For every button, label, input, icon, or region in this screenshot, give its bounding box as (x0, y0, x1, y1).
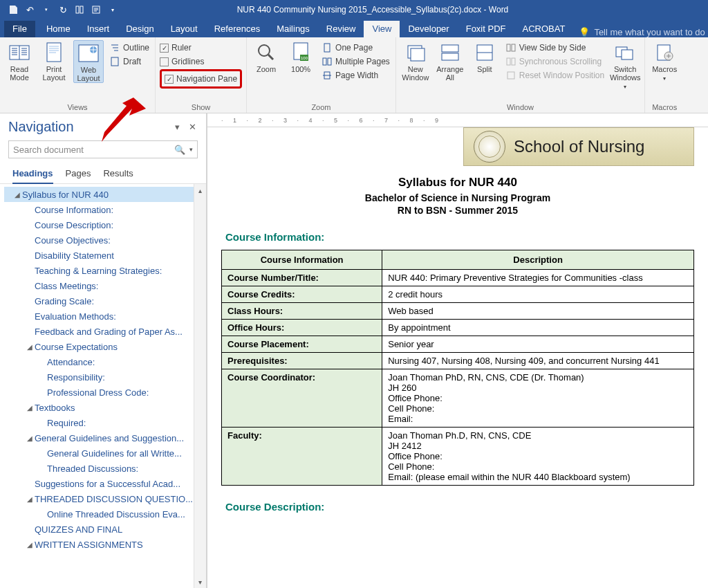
nav-heading-item[interactable]: Responsibility: (4, 369, 206, 385)
nav-heading-item[interactable]: ◢WRITTEN ASSIGNMENTS (4, 537, 206, 552)
nav-heading-item[interactable]: Suggestions for a Successful Acad... (4, 476, 206, 491)
switch-windows-button[interactable]: Switch Windows ▾ (610, 40, 640, 91)
navigation-title: Navigation (8, 119, 167, 135)
table-row: Office Hours:By appointment (222, 320, 694, 336)
split-button[interactable]: Split (469, 40, 500, 91)
nav-heading-item[interactable]: ◢Syllabus for NUR 440 (4, 187, 206, 202)
main-area: Navigation ▾ ✕ Search document 🔍 ▾ Headi… (0, 113, 708, 588)
tab-mailings[interactable]: Mailings (268, 21, 318, 37)
navigation-pane-checkbox[interactable]: ✓Navigation Pane (165, 73, 237, 85)
scroll-down-icon[interactable]: ▾ (194, 576, 206, 588)
table-row: Course Coordinator:Joan Thoman PhD, RN, … (222, 369, 694, 428)
zoom-100-button[interactable]: 100 100% (286, 40, 316, 82)
nav-heading-item[interactable]: Required: (4, 415, 206, 430)
one-page-button[interactable]: One Page (320, 42, 391, 54)
table-row: Class Hours:Web based (222, 303, 694, 320)
nav-heading-item[interactable]: Course Objectives: (4, 232, 206, 248)
school-banner: School of Nursing (463, 127, 694, 166)
qat-customize-icon[interactable]: ▾ (105, 2, 120, 17)
nav-heading-item[interactable]: Course Description: (4, 217, 206, 232)
tab-view[interactable]: View (364, 21, 400, 37)
nav-heading-item[interactable]: ◢Course Expectations (4, 339, 206, 354)
svg-rect-19 (442, 53, 458, 60)
redo-icon[interactable]: ↻ (55, 2, 71, 17)
nav-heading-item[interactable]: ◢THREADED DISCUSSION QUESTIO... (4, 491, 206, 506)
print-layout-button[interactable]: Print Layout (39, 40, 69, 83)
outline-button[interactable]: Outline (108, 42, 151, 54)
properties-icon[interactable] (88, 2, 104, 17)
nav-heading-item[interactable]: Class Meetings: (4, 278, 206, 293)
table-row: Course Number/Title:NUR 440: Primary Pre… (222, 270, 694, 286)
nav-close-button[interactable]: ✕ (187, 122, 198, 132)
nav-heading-item[interactable]: Disability Statement (4, 248, 206, 263)
tab-review[interactable]: Review (318, 21, 364, 37)
nav-heading-item[interactable]: Threaded Discussions: (4, 461, 206, 476)
tab-references[interactable]: References (206, 21, 268, 37)
multiple-pages-button[interactable]: Multiple Pages (320, 55, 391, 68)
undo-icon[interactable]: ↶ (22, 2, 37, 17)
nav-heading-item[interactable]: Evaluation Methods: (4, 309, 206, 324)
course-info-table: Course Information Description Course Nu… (221, 250, 694, 486)
svg-rect-22 (512, 44, 515, 51)
web-layout-icon (77, 42, 100, 64)
tab-acrobat[interactable]: ACROBAT (514, 21, 573, 37)
tab-design[interactable]: Design (118, 21, 162, 37)
svg-rect-24 (512, 58, 515, 65)
web-layout-button[interactable]: Web Layout (73, 40, 104, 83)
nav-heading-item[interactable]: Online Threaded Discussion Eva... (4, 506, 206, 522)
nav-tab-results[interactable]: Results (103, 164, 133, 183)
search-dropdown-icon[interactable]: ▾ (189, 146, 193, 153)
nav-heading-item[interactable]: Feedback and Grading of Paper As... (4, 324, 206, 339)
tell-me-search[interactable]: 💡 Tell me what you want to do (579, 27, 705, 37)
page-width-button[interactable]: Page Width (320, 69, 391, 82)
nav-tab-headings[interactable]: Headings (12, 164, 53, 184)
tab-insert[interactable]: Insert (79, 21, 118, 37)
nav-heading-item[interactable]: Professional Dress Code: (4, 385, 206, 400)
nav-heading-item[interactable]: Grading Scale: (4, 293, 206, 309)
horizontal-ruler[interactable]: · 1 · 2 · 3 · 4 · 5 · 6 · 7 · 8 · 9 (207, 113, 708, 127)
tab-home[interactable]: Home (38, 21, 79, 37)
scroll-up-icon[interactable]: ▴ (194, 184, 206, 196)
table-row: Prerequisites:Nursing 407, Nursing 408, … (222, 353, 694, 369)
macros-button[interactable]: Macros▾ (649, 40, 680, 83)
touch-mode-icon[interactable] (72, 2, 87, 17)
svg-rect-0 (76, 6, 79, 13)
draft-button[interactable]: Draft (108, 55, 151, 68)
search-input[interactable]: Search document 🔍 ▾ (8, 140, 198, 158)
zoom-button[interactable]: Zoom (251, 40, 281, 82)
nav-heading-item[interactable]: QUIZZES AND FINAL (4, 522, 206, 537)
group-views: Read Mode Print Layout Web Layout Outlin… (0, 37, 156, 113)
nav-heading-item[interactable]: Teaching & Learning Strategies: (4, 263, 206, 278)
nav-heading-item[interactable]: ◢General Guidelines and Suggestion... (4, 430, 206, 445)
gridlines-checkbox[interactable]: Gridlines (160, 55, 242, 68)
group-show: ✓Ruler Gridlines ✓Navigation Pane Show (156, 37, 247, 113)
draft-icon (109, 56, 120, 67)
view-side-by-side-button[interactable]: View Side by Side (504, 42, 606, 54)
tab-layout[interactable]: Layout (162, 21, 206, 37)
nav-scrollbar[interactable]: ▴ ▾ (194, 184, 206, 588)
nav-heading-item[interactable]: ◢Textbooks (4, 400, 206, 415)
tab-developer[interactable]: Developer (400, 21, 457, 37)
th-description: Description (382, 250, 694, 270)
term-line: RN to BSN - Summer 2015 (221, 205, 694, 216)
ruler-checkbox[interactable]: ✓Ruler (160, 42, 242, 54)
tab-file[interactable]: File (4, 21, 35, 37)
new-window-button[interactable]: New Window (400, 40, 431, 91)
nav-heading-item[interactable]: Course Information: (4, 202, 206, 217)
undo-dropdown-icon[interactable]: ▾ (39, 2, 54, 17)
save-icon[interactable] (6, 2, 21, 17)
macros-icon (653, 42, 676, 64)
arrange-all-button[interactable]: Arrange All (435, 40, 465, 91)
svg-rect-17 (411, 48, 425, 61)
read-mode-button[interactable]: Read Mode (4, 40, 35, 83)
tab-foxit[interactable]: Foxit PDF (458, 21, 514, 37)
nav-tree: ◢Syllabus for NUR 440Course Information:… (0, 184, 206, 588)
document-surface[interactable]: · 1 · 2 · 3 · 4 · 5 · 6 · 7 · 8 · 9 Scho… (207, 113, 708, 588)
th-course-info: Course Information (222, 250, 382, 270)
nav-heading-item[interactable]: General Guidelines for all Writte... (4, 445, 206, 461)
nav-options-dropdown[interactable]: ▾ (171, 122, 183, 132)
arrange-all-icon (439, 42, 461, 64)
nav-tab-pages[interactable]: Pages (66, 164, 91, 183)
syllabus-title: Syllabus for NUR 440 (221, 176, 694, 190)
nav-heading-item[interactable]: Attendance: (4, 354, 206, 369)
